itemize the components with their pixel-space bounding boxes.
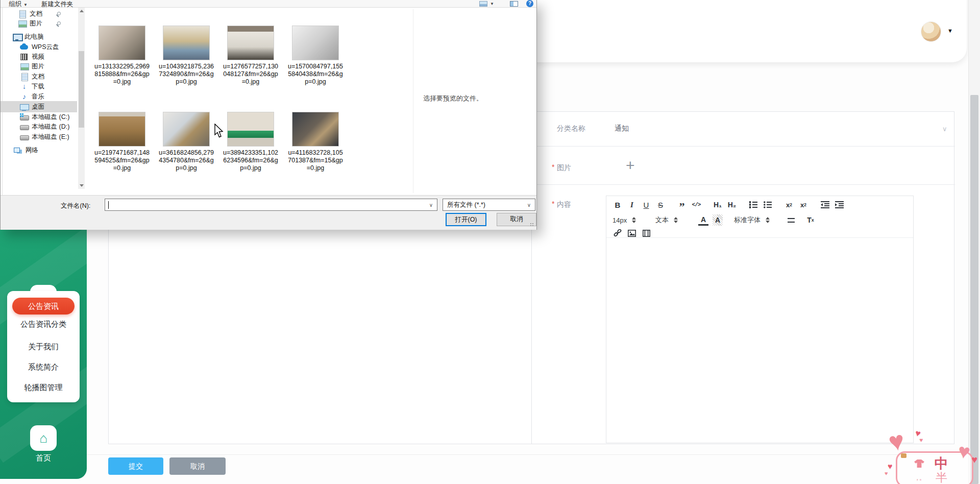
avatar[interactable]	[921, 21, 941, 42]
nav-scrollbar-thumb[interactable]	[79, 51, 84, 128]
scroll-up-arrow[interactable]	[80, 10, 84, 12]
avatar-dropdown-caret[interactable]: ▼	[947, 28, 953, 34]
text-color-button[interactable]: A	[698, 214, 708, 226]
file-thumbnail	[292, 112, 339, 147]
italic-button[interactable]: I	[627, 199, 637, 210]
dialog-nav-drive-e[interactable]: 本地磁盘 (E:)	[1, 131, 77, 142]
row-divider	[531, 146, 955, 147]
filetype-select[interactable]: 所有文件 (*.*) ∨	[443, 199, 535, 211]
code-block-button[interactable]: </>	[691, 199, 701, 210]
chevron-down-icon[interactable]: ∨	[429, 202, 433, 208]
file-item[interactable]: u=1276577257,130048127&fm=26&gp=0.jpg	[219, 26, 282, 86]
drive-icon	[20, 123, 29, 131]
strikethrough-button[interactable]: S	[655, 199, 666, 210]
clear-format-button[interactable]: Tx	[805, 214, 816, 226]
filename-label: 文件名(N):	[61, 202, 90, 210]
text-style-select[interactable]: 文本	[655, 215, 689, 225]
file-thumbnail	[99, 26, 145, 60]
outdent-icon[interactable]	[820, 199, 830, 210]
required-mark: *	[552, 200, 554, 208]
image-label: 图片	[557, 163, 571, 173]
file-item[interactable]: u=1570084797,1555840438&fm=26&gp=0.jpg	[284, 26, 347, 86]
cancel-button[interactable]: 取消	[169, 457, 226, 475]
new-folder-button[interactable]: 新建文件夹	[41, 0, 74, 9]
dialog-nav-network[interactable]: 网络	[1, 144, 77, 156]
dialog-nav-pictures[interactable]: 图片	[1, 61, 77, 72]
open-button[interactable]: 打开(O)	[446, 213, 486, 226]
dialog-nav-pictures-pinned[interactable]: 图片	[1, 18, 77, 29]
dialog-nav-desktop[interactable]: 桌面	[1, 101, 77, 112]
sidebar-item-about-us[interactable]: 关于我们	[7, 342, 80, 352]
chevron-down-icon[interactable]: ∨	[942, 125, 947, 133]
picture-icon	[18, 20, 27, 28]
header2-button[interactable]: H₂	[727, 199, 737, 210]
rich-text-editor: B I U S ” </> H₁ H₂ x2 x2 14px 文本 A A	[606, 196, 914, 443]
drive-icon	[20, 133, 29, 141]
ime-toolbar: ♥ ♥ ♥ ♥ ♥ ♥ ♥ 中 ，。 半	[886, 432, 978, 484]
bullet-list-icon[interactable]	[763, 199, 773, 210]
preview-pane-icon[interactable]	[510, 1, 518, 7]
nav-scrollbar[interactable]	[78, 8, 85, 189]
help-icon[interactable]: ?	[526, 0, 533, 7]
network-icon	[14, 147, 22, 154]
resize-grip[interactable]	[530, 223, 534, 227]
page-scrollbar[interactable]	[968, 0, 980, 484]
sidebar-item-system-intro[interactable]: 系统简介	[7, 362, 80, 372]
bold-button[interactable]: B	[612, 199, 623, 210]
pin-icon	[56, 12, 61, 16]
scrollbar-thumb[interactable]	[970, 95, 978, 484]
ime-punctuation[interactable]: ，。	[914, 474, 924, 482]
computer-icon	[13, 33, 21, 41]
superscript-button[interactable]: x2	[798, 199, 808, 210]
file-item[interactable]: u=4116832728,105701387&fm=15&gp=0.jpg	[284, 112, 347, 172]
file-item[interactable]: u=3616824856,2794354780&fm=26&gp=0.jpg	[155, 112, 217, 172]
home-icon[interactable]: ⌂	[30, 425, 57, 451]
home-label: 首页	[0, 453, 87, 463]
line-height-icon[interactable]	[786, 214, 796, 226]
dialog-nav-this-pc[interactable]: 此电脑	[1, 31, 77, 42]
image-icon[interactable]	[627, 228, 637, 239]
dialog-nav-music[interactable]: ♪音乐	[1, 91, 77, 102]
link-icon[interactable]	[612, 228, 623, 239]
submit-button[interactable]: 提交	[108, 457, 163, 475]
file-item[interactable]: u=131332295,2969815888&fm=26&gp=0.jpg	[91, 26, 153, 86]
background-color-button[interactable]: A	[713, 214, 723, 226]
file-item[interactable]: u=3894233351,1026234596&fm=26&gp=0.jpg	[219, 112, 282, 172]
video-icon[interactable]	[641, 228, 651, 239]
category-label: 分类名称	[557, 124, 585, 133]
filename-input[interactable]: ∨	[105, 199, 437, 211]
drive-icon	[20, 113, 29, 121]
file-item[interactable]: u=1043921875,2367324890&fm=26&gp=0.jpg	[155, 26, 217, 86]
download-icon: ↓	[20, 83, 29, 90]
editor-content[interactable]	[606, 238, 913, 443]
chevron-down-icon: ∨	[527, 200, 531, 211]
subscript-button[interactable]: x2	[784, 199, 794, 210]
organize-menu[interactable]: 组织▼	[9, 0, 28, 9]
mouse-cursor	[214, 124, 226, 141]
video-icon	[20, 53, 29, 61]
view-mode-icon[interactable]	[479, 1, 487, 7]
editor-toolbar: B I U S ” </> H₁ H₂ x2 x2 14px 文本 A A	[606, 196, 913, 238]
view-mode-caret[interactable]: ▼	[490, 2, 494, 6]
underline-button[interactable]: U	[641, 199, 651, 210]
sidebar-item-announcement-categories[interactable]: 公告资讯分类	[7, 320, 80, 329]
indent-icon[interactable]	[834, 199, 844, 210]
header1-button[interactable]: H₁	[713, 199, 723, 210]
heart-icon: ♥	[919, 437, 923, 443]
scroll-down-arrow[interactable]	[80, 184, 84, 187]
sidebar-item-carousel-mgmt[interactable]: 轮播图管理	[7, 383, 80, 393]
sidebar-item-announcements[interactable]: 公告资讯	[12, 298, 75, 314]
required-mark: *	[552, 163, 554, 171]
dialog-nav-downloads[interactable]: ↓下载	[1, 81, 77, 92]
font-family-select[interactable]: 标准字体	[734, 215, 778, 225]
row-divider	[531, 184, 955, 185]
font-size-select[interactable]: 14px	[612, 216, 644, 224]
ime-half-width-mode[interactable]: 半	[936, 470, 947, 484]
image-upload-button[interactable]: +	[626, 157, 635, 174]
category-select[interactable]: 通知	[615, 124, 629, 133]
preview-hint: 选择要预览的文件。	[423, 94, 483, 103]
dialog-nav-drive-d[interactable]: 本地磁盘 (D:)	[1, 121, 77, 132]
blockquote-button[interactable]: ”	[677, 199, 687, 210]
file-item[interactable]: u=2197471687,148594525&fm=26&gp=0.jpg	[91, 112, 153, 172]
ordered-list-icon[interactable]	[748, 199, 758, 210]
